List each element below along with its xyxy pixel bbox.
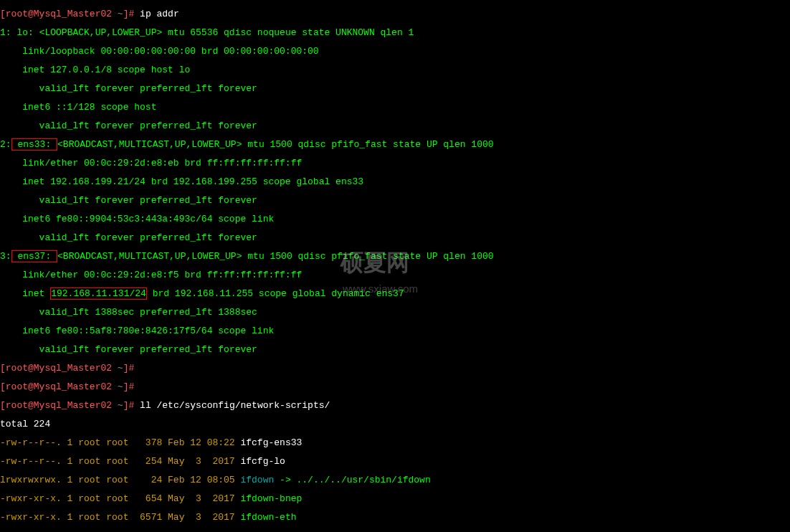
prompt-line: [root@Mysql_Master02 ~]# [0, 364, 790, 373]
prompt-line: [root@Mysql_Master02 ~]# ll /etc/sysconf… [0, 401, 790, 410]
filename: ifdown-eth [240, 512, 296, 523]
highlight-ip: 192.168.11.131/24 [50, 288, 147, 300]
highlight-ens33: ens33: [11, 138, 57, 151]
output-line: valid_lft 1388sec preferred_lft 1388sec [0, 308, 790, 317]
output-line: valid_lft forever preferred_lft forever [0, 345, 790, 354]
command: ll /etc/sysconfig/network-scripts/ [140, 400, 330, 411]
output-line: valid_lft forever preferred_lft forever [0, 196, 790, 205]
output-line: inet6 fe80::5af8:780e:8426:17f5/64 scope… [0, 326, 790, 336]
output-line: valid_lft forever preferred_lft forever [0, 84, 790, 93]
file-row: -rwxr-xr-x. 1 root root 6571 May 3 2017 … [0, 513, 790, 522]
output-line: link/ether 00:0c:29:2d:e8:f5 brd ff:ff:f… [0, 270, 790, 280]
output-line: inet 127.0.0.1/8 scope host lo [0, 65, 790, 75]
output-line: valid_lft forever preferred_lft forever [0, 233, 790, 242]
output-line: 3: ens37: <BROADCAST,MULTICAST,UP,LOWER_… [0, 252, 790, 261]
output-line: inet6 fe80::9904:53c3:443a:493c/64 scope… [0, 214, 790, 224]
terminal-output[interactable]: [root@Mysql_Master02 ~]# ip addr 1: lo: … [0, 0, 790, 532]
file-row: -rwxr-xr-x. 1 root root 654 May 3 2017 i… [0, 494, 790, 503]
prompt-line: [root@Mysql_Master02 ~]# ip addr [0, 9, 790, 19]
hash: # [128, 9, 140, 19]
file-row: lrwxrwxrwx. 1 root root 24 Feb 12 08:05 … [0, 475, 790, 485]
output-line: valid_lft forever preferred_lft forever [0, 121, 790, 130]
output-line: 2: ens33: <BROADCAST,MULTICAST,UP,LOWER_… [0, 140, 790, 149]
file-row: -rw-r--r--. 1 root root 378 Feb 12 08:22… [0, 438, 790, 447]
user-host: root@Mysql_Master02 [6, 9, 112, 19]
filename: ifcfg-lo [240, 456, 285, 467]
filename: ifcfg-ens33 [240, 437, 302, 448]
output-line: link/ether 00:0c:29:2d:e8:eb brd ff:ff:f… [0, 158, 790, 168]
cwd: ~ [112, 9, 123, 19]
output-line: inet6 ::1/128 scope host [0, 103, 790, 112]
output-line: link/loopback 00:00:00:00:00:00 brd 00:0… [0, 47, 790, 56]
output-line: total 224 [0, 419, 790, 429]
bracket: [ [0, 9, 6, 19]
highlight-ens37: ens37: [11, 250, 57, 262]
prompt-line: [root@Mysql_Master02 ~]# [0, 382, 790, 391]
command: ip addr [140, 9, 179, 19]
symlink: ifdown [240, 475, 274, 485]
output-line: inet 192.168.199.21/24 brd 192.168.199.2… [0, 177, 790, 186]
output-line: 1: lo: <LOOPBACK,UP,LOWER_UP> mtu 65536 … [0, 28, 790, 37]
filename: ifdown-bnep [240, 493, 302, 504]
output-line: inet 192.168.11.131/24 brd 192.168.11.25… [0, 289, 790, 298]
file-row: -rw-r--r--. 1 root root 254 May 3 2017 i… [0, 457, 790, 466]
